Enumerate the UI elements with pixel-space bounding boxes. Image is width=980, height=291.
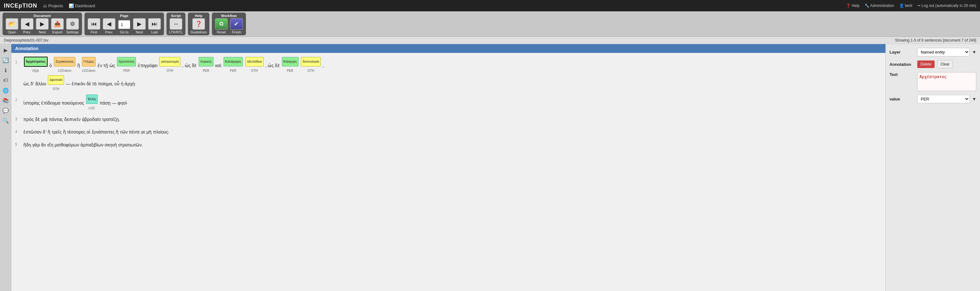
next-document-button[interactable]: ▶ Next [35, 18, 49, 34]
tag-archestatos-label: Ἀρχέστρατος [24, 57, 48, 67]
sidebar-refresh-icon[interactable]: 🔄 [1, 55, 10, 65]
sidebar-search-icon[interactable]: 🔍 [1, 116, 10, 125]
help-group-title: Help [195, 14, 202, 17]
left-sidebar: ▶ 🔄 ℹ 🏷 🌐 📚 💬 🔍 [0, 44, 11, 291]
projects-icon: 🗂 [43, 3, 47, 8]
dashboard-icon: 📊 [69, 3, 74, 8]
tag-syrakousios-label: Συρακούσιος [54, 57, 75, 66]
tag-klearchos[interactable]: Κλέαρχος PER [282, 57, 299, 75]
tag-geloos[interactable]: Γελῷος LOCderiv [82, 57, 95, 75]
tag-opsopoiia-label: ὀψοποιία [48, 75, 64, 85]
settings-icon: ⚙ [66, 18, 79, 30]
nav-dashboard[interactable]: 📊 Dashboard [69, 3, 95, 8]
nav-projects[interactable]: 🗂 Projects [43, 3, 63, 8]
delete-button[interactable]: Delete [917, 60, 935, 68]
logout-link[interactable]: ↪ Log out (automatically in 29 min) [917, 3, 976, 8]
sentence-1: 1 Ἀρχέστρατος PER ὁ Συρακούσιος LOCderiv… [15, 57, 881, 93]
workflow-group: Workflow ♻ Reset ✔ Finish [212, 13, 246, 35]
workflow-group-title: Workflow [221, 14, 237, 17]
sent-num-4: 4 [15, 126, 21, 138]
prev-document-button[interactable]: ◀ Prev. [20, 18, 34, 34]
tag-ellas-label: Ἑλλάς [86, 95, 98, 104]
sent-num-2: 2 [15, 95, 21, 112]
text-row: Text Ἀρχέστρατος [889, 72, 976, 91]
sent-num-5: 5 [15, 139, 21, 150]
user-link[interactable]: 👤 berti [899, 3, 913, 8]
next-page-icon: ▶ [133, 18, 146, 30]
open-button[interactable]: 📂 Open [5, 18, 19, 34]
next-page-button[interactable]: ▶ Next [132, 18, 146, 34]
page-group-title: Page [120, 14, 128, 17]
guidelines-button[interactable]: ❓ Guidelines [191, 18, 207, 34]
sidebar-layers-icon[interactable]: 📚 [1, 96, 10, 105]
page-input-group: Go to [117, 20, 131, 34]
guidelines-icon: ❓ [192, 18, 205, 30]
tag-klearchos-label: Κλέαρχος [282, 57, 299, 66]
tag-kallimachos[interactable]: Καλλίμαχος PER [224, 57, 243, 75]
administration-link[interactable]: 🔧 Administration [865, 3, 894, 8]
sent-text-3: πρὸς δὲ μιᾷ πάντας δειπνεῖν ἀβροδαίτι τρ… [23, 114, 881, 125]
page-input[interactable] [118, 20, 130, 29]
tag-chrysippos[interactable]: Χρύσιππος PER [117, 57, 136, 75]
value-label: value [889, 97, 915, 101]
right-panel: Layer Named entity ▼ Annotation Delete C… [885, 44, 980, 291]
annotation-panel: Annotation 1 Ἀρχέστρατος PER ὁ Συρακούσι… [11, 44, 885, 291]
help-link[interactable]: ❓ Help [846, 3, 859, 8]
tag-gastronomia-label: γαστρονομία [159, 57, 180, 66]
last-page-button[interactable]: ⏭ Last [148, 18, 161, 34]
sent-text-4: ἑστῶσαν δʼ ἢ τρεῖς ἢ τέσσαρες οἱ ξυνάπαν… [23, 126, 881, 138]
sentence-5: 5 ἤδη γὰρ ἂν εἴη μισθοφόρων ἁρπαξιβίων σ… [15, 139, 881, 150]
sent-num-3: 3 [15, 114, 21, 125]
showing-status: Showing 1-5 of 9 sentences [document 7 o… [895, 38, 976, 43]
tag-hedypatheia[interactable]: ἡδυπάθεια OTH [245, 57, 264, 75]
tag-geloos-label: Γελῷος [82, 57, 95, 66]
value-select-chevron: ▼ [972, 97, 976, 101]
last-page-icon: ⏭ [148, 18, 161, 30]
annotation-header: Annotation [11, 44, 885, 53]
open-icon: 📂 [6, 18, 18, 30]
prev-page-button[interactable]: ◀ Prev. [102, 18, 116, 34]
sentence-3: 3 πρὸς δὲ μιᾷ πάντας δειπνεῖν ἀβροδαίτι … [15, 114, 881, 125]
export-button[interactable]: 📤 Export [51, 18, 64, 34]
ltr-rtl-button[interactable]: ↔ LTR/RTL [169, 18, 183, 34]
tag-kallimachos-label: Καλλίμαχος [224, 57, 243, 66]
sent-text-1: Ἀρχέστρατος PER ὁ Συρακούσιος LOCderiv ἢ… [23, 57, 881, 93]
top-navbar: INCEpTION 🗂 Projects 📊 Dashboard ❓ Help … [0, 0, 980, 11]
reset-button[interactable]: ♻ Reset [215, 18, 228, 34]
settings-button[interactable]: ⚙ Settings [65, 18, 80, 34]
tag-archestatos[interactable]: Ἀρχέστρατος PER [24, 57, 48, 75]
sidebar-tag-icon[interactable]: 🏷 [1, 76, 10, 85]
help-group: Help ❓ Guidelines [188, 13, 209, 35]
tag-opsopoiia[interactable]: ὀψοποιία OTH [48, 75, 64, 93]
tag-ellas[interactable]: Ἑλλάς LOC [86, 95, 98, 112]
annotation-content: 1 Ἀρχέστρατος PER ὁ Συρακούσιος LOCderiv… [11, 53, 885, 156]
value-select[interactable]: PER [917, 95, 970, 103]
sidebar-chat-icon[interactable]: 💬 [1, 106, 10, 115]
tag-lygkeus[interactable]: Λυγκεύς PER [199, 57, 213, 75]
sent-text-5: ἤδη γὰρ ἂν εἴη μισθοφόρων ἁρπαξιβίων σκη… [23, 139, 881, 150]
layer-select[interactable]: Named entity [917, 48, 970, 56]
first-page-button[interactable]: ⏮ First [87, 18, 101, 34]
layer-row: Layer Named entity ▼ [889, 48, 976, 56]
tag-deipnologia[interactable]: δειπνολογία OTH [301, 57, 321, 75]
clear-button[interactable]: Clear [937, 60, 953, 68]
tag-deipnologia-label: δειπνολογία [301, 57, 321, 66]
tag-hedypatheia-label: ἡδυπάθεια [245, 57, 264, 66]
finish-icon: ✔ [230, 18, 243, 30]
tag-chrysippos-label: Χρύσιππος [117, 57, 136, 66]
sidebar-globe-icon[interactable]: 🌐 [1, 85, 10, 95]
toolbar: Document 📂 Open ◀ Prev. ▶ Next 📤 Export … [0, 11, 980, 37]
sidebar-info-icon[interactable]: ℹ [1, 65, 10, 75]
tag-gastronomia[interactable]: γαστρονομία OTH [159, 57, 180, 75]
page-group: Page ⏮ First ◀ Prev. Go to ▶ Next ⏭ Last [84, 13, 164, 35]
sidebar-arrow-icon[interactable]: ▶ [1, 45, 10, 55]
prev-page-icon: ◀ [103, 18, 115, 30]
tag-syrakousios[interactable]: Συρακούσιος LOCderiv [54, 57, 75, 75]
text-area[interactable]: Ἀρχέστρατος [917, 72, 976, 91]
finish-button[interactable]: ✔ Finish [229, 18, 243, 34]
script-group-title: Script [171, 14, 181, 17]
export-icon: 📤 [51, 18, 64, 30]
layer-select-chevron: ▼ [972, 50, 976, 54]
ltr-rtl-icon: ↔ [170, 18, 182, 30]
annotation-label: Annotation [889, 62, 915, 67]
